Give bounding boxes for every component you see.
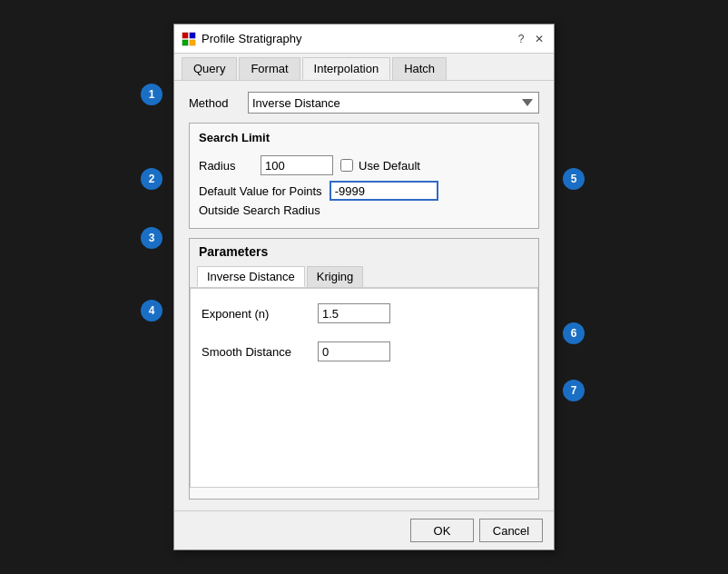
exponent-label: Exponent (n) [202,307,310,321]
outer-wrapper: 1 2 3 4 5 6 7 Profile Stratigraphy ? ✕ [0,0,728,574]
dialog-content: Method Inverse Distance Kriging Search L… [174,81,554,510]
use-default-checkbox[interactable] [340,159,353,172]
exponent-input[interactable] [318,303,390,323]
help-button[interactable]: ? [514,32,528,46]
app-icon [182,32,196,46]
dialog: Profile Stratigraphy ? ✕ Query Format In… [173,24,555,550]
tab-format[interactable]: Format [239,57,300,80]
search-limit-title: Search Limit [199,131,529,144]
default-value-input[interactable] [330,181,438,201]
title-bar-left: Profile Stratigraphy [182,32,302,46]
tab-hatch[interactable]: Hatch [392,57,447,80]
svg-rect-0 [182,33,188,38]
title-bar: Profile Stratigraphy ? ✕ [174,25,554,54]
method-select[interactable]: Inverse Distance Kriging [248,92,539,114]
dialog-title: Profile Stratigraphy [202,32,302,45]
annotation-2: 2 [141,168,162,190]
title-bar-right: ? ✕ [514,32,546,46]
svg-rect-3 [190,40,195,45]
ok-button[interactable]: OK [410,519,474,542]
svg-rect-2 [182,40,188,45]
radius-input[interactable] [261,155,333,175]
radius-label: Radius [199,159,253,173]
radius-row: Radius Use Default [199,155,529,175]
annotation-4: 4 [141,300,162,322]
sub-tab-inverse-distance[interactable]: Inverse Distance [197,266,305,287]
tab-bar: Query Format Interpolation Hatch [174,54,554,81]
params-content: Exponent (n) Smooth Distance [190,288,538,488]
tab-query[interactable]: Query [182,57,237,80]
annotation-5: 5 [563,168,585,190]
dialog-footer: OK Cancel [174,510,554,549]
default-value-label: Default Value for Points [199,184,322,198]
smooth-distance-input[interactable] [318,341,390,361]
parameters-title: Parameters [190,239,538,262]
search-limit-section: Search Limit Radius Use Default Default … [189,123,539,229]
outside-search-radius-label: Outside Search Radius [199,203,320,217]
close-button[interactable]: ✕ [532,32,546,46]
annotation-1: 1 [141,84,162,105]
method-row: Method Inverse Distance Kriging [189,92,539,114]
use-default-label: Use Default [359,159,420,173]
svg-rect-1 [190,33,195,38]
default-value-row: Default Value for Points [199,181,529,201]
use-default-row: Use Default [340,159,420,173]
annotation-6: 6 [563,322,585,344]
method-label: Method [189,96,239,110]
tab-interpolation[interactable]: Interpolation [302,57,391,80]
annotation-7: 7 [563,380,585,401]
annotation-3: 3 [141,227,162,249]
sub-tab-bar: Inverse Distance Kriging [190,262,538,288]
smooth-distance-row: Smooth Distance [202,341,526,361]
exponent-row: Exponent (n) [202,303,526,323]
search-limit-content: Radius Use Default Default Value for Poi… [199,152,529,221]
cancel-button[interactable]: Cancel [479,519,543,542]
parameters-section: Parameters Inverse Distance Kriging Expo… [189,238,539,500]
smooth-distance-label: Smooth Distance [202,345,310,359]
sub-tab-kriging[interactable]: Kriging [307,266,363,287]
